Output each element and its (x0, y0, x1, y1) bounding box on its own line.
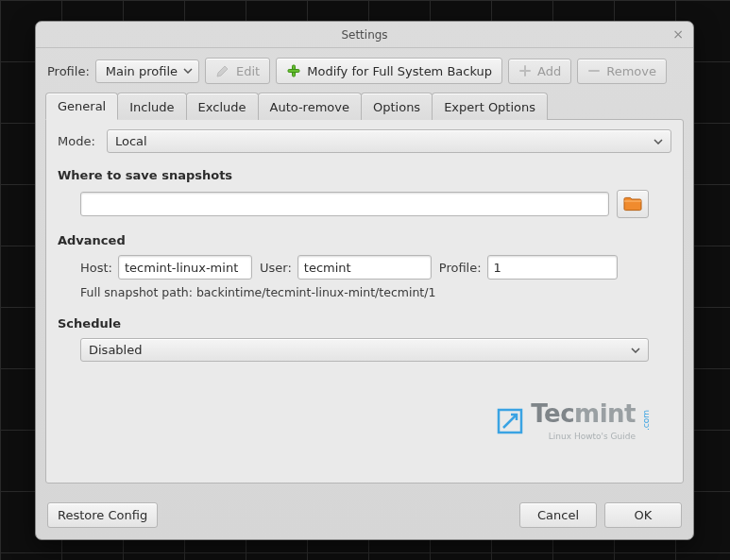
watermark: Tecmint Linux Howto's Guide .com (58, 399, 671, 442)
advanced-row: Host: tecmint-linux-mint User: tecmint P… (58, 255, 671, 285)
user-value: tecmint (304, 261, 351, 275)
user-input[interactable]: tecmint (297, 255, 432, 280)
mode-select-value: Local (115, 134, 147, 148)
profile-field-label: Profile: (439, 261, 482, 275)
folder-icon (623, 196, 642, 212)
chevron-down-icon (631, 348, 640, 353)
mode-row: Mode: Local (58, 129, 671, 153)
user-label: User: (260, 261, 292, 275)
remove-button[interactable]: Remove (577, 59, 667, 84)
tab-include-label: Include (129, 100, 174, 114)
tabs: General Include Exclude Auto-remove Opti… (36, 92, 693, 119)
plus-small-icon (518, 64, 532, 77)
tab-general-label: General (58, 99, 106, 113)
tab-exclude[interactable]: Exclude (186, 93, 259, 120)
remove-button-label: Remove (606, 64, 656, 78)
profile-dropdown-value: Main profile (106, 64, 178, 78)
mode-label: Mode: (58, 134, 99, 148)
host-value: tecmint-linux-mint (125, 261, 238, 275)
browse-folder-button[interactable] (617, 190, 649, 218)
restore-config-label: Restore Config (58, 508, 147, 522)
chevron-down-icon (183, 68, 193, 74)
edit-button[interactable]: Edit (205, 58, 270, 84)
add-button-label: Add (537, 64, 561, 78)
modify-button-label: Modify for Full System Backup (307, 64, 492, 78)
schedule-select[interactable]: Disabled (80, 338, 649, 362)
host-label: Host: (80, 261, 112, 275)
schedule-label: Schedule (58, 316, 671, 331)
footer: Restore Config Cancel OK (36, 493, 693, 539)
window-title: Settings (341, 28, 387, 42)
tab-expert-label: Expert Options (444, 100, 535, 114)
ok-button[interactable]: OK (604, 502, 682, 528)
modify-full-backup-button[interactable]: Modify for Full System Backup (276, 58, 502, 84)
advanced-label: Advanced (58, 233, 671, 247)
toolbar: Profile: Main profile Edit Modify for Fu… (36, 48, 693, 92)
host-input[interactable]: tecmint-linux-mint (118, 255, 252, 280)
tab-auto-remove[interactable]: Auto-remove (258, 93, 362, 120)
where-to-save-label: Where to save snapshots (58, 168, 671, 182)
cancel-button[interactable]: Cancel (519, 502, 597, 528)
tab-options-label: Options (373, 100, 420, 114)
mode-select[interactable]: Local (107, 129, 671, 153)
tab-general[interactable]: General (45, 93, 118, 120)
tab-panel-general: Mode: Local Where to save snapshots Adva… (45, 119, 684, 484)
profile-label: Profile: (47, 64, 90, 78)
profile-value: 1 (494, 261, 501, 275)
add-button[interactable]: Add (508, 59, 571, 84)
cancel-label: Cancel (537, 508, 579, 522)
svg-rect-1 (288, 70, 299, 73)
close-icon[interactable]: × (671, 27, 686, 42)
pencil-icon (215, 63, 230, 78)
settings-window: Settings × Profile: Main profile Edit Mo… (35, 21, 694, 540)
tab-include[interactable]: Include (117, 93, 186, 120)
edit-button-label: Edit (236, 64, 260, 78)
profile-input[interactable]: 1 (487, 255, 618, 280)
snapshot-path-input[interactable] (80, 192, 609, 216)
watermark-dotcom: .com (641, 410, 651, 431)
full-snapshot-path-label: Full snapshot path: backintime/tecmint-l… (58, 285, 671, 311)
tab-options[interactable]: Options (361, 93, 433, 120)
schedule-select-value: Disabled (89, 343, 142, 357)
plus-icon (286, 63, 301, 78)
snapshot-path-row (58, 190, 671, 228)
titlebar: Settings × (36, 22, 693, 48)
chevron-down-icon (654, 139, 663, 144)
tab-expert-options[interactable]: Expert Options (432, 93, 548, 120)
tab-exclude-label: Exclude (198, 100, 246, 114)
restore-config-button[interactable]: Restore Config (47, 502, 158, 528)
watermark-name: Tecmint (531, 399, 636, 428)
profile-dropdown[interactable]: Main profile (95, 59, 199, 83)
logo-icon (497, 408, 523, 434)
watermark-sub: Linux Howto's Guide (549, 432, 636, 441)
tab-auto-remove-label: Auto-remove (270, 100, 349, 114)
minus-icon (587, 64, 601, 77)
ok-label: OK (635, 508, 653, 522)
